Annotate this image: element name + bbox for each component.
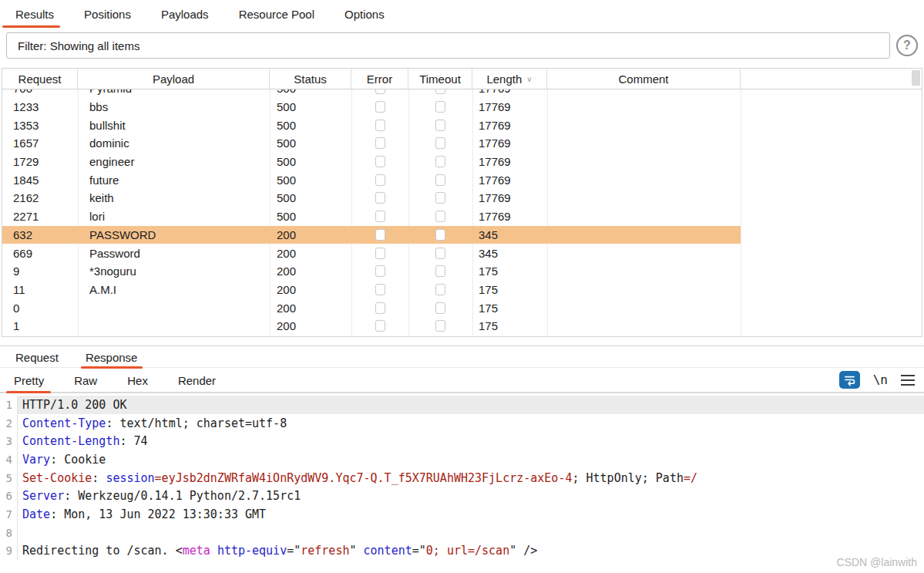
timeout-checkbox[interactable] bbox=[435, 302, 445, 314]
error-checkbox[interactable] bbox=[375, 156, 385, 167]
column-header-comment[interactable]: Comment bbox=[547, 69, 741, 89]
table-row[interactable]: 1657dominic50017769 bbox=[2, 134, 922, 153]
timeout-checkbox[interactable] bbox=[435, 265, 445, 277]
cell-timeout bbox=[408, 153, 472, 171]
line-number: 2 bbox=[0, 417, 17, 430]
tab-options[interactable]: Options bbox=[344, 0, 385, 29]
error-checkbox[interactable] bbox=[375, 137, 385, 149]
cell-timeout bbox=[408, 262, 472, 281]
error-checkbox[interactable] bbox=[375, 192, 385, 204]
vertical-scrollbar-thumb[interactable] bbox=[912, 70, 920, 86]
table-row[interactable]: 11A.M.I200175 bbox=[2, 281, 922, 299]
line-content: HTTP/1.0 200 OK bbox=[17, 396, 924, 414]
syntax-segment: http-equiv bbox=[217, 544, 287, 558]
response-editor[interactable]: 1HTTP/1.0 200 OK2Content-Type: text/html… bbox=[0, 393, 924, 573]
cell-timeout bbox=[408, 317, 472, 335]
cell-length: 17769 bbox=[472, 89, 547, 98]
timeout-checkbox[interactable] bbox=[435, 248, 445, 259]
column-header-payload[interactable]: Payload bbox=[78, 69, 270, 89]
timeout-checkbox[interactable] bbox=[435, 229, 445, 241]
error-checkbox[interactable] bbox=[375, 229, 385, 241]
table-row[interactable]: 1845future50017769 bbox=[2, 170, 922, 189]
error-checkbox[interactable] bbox=[375, 211, 385, 222]
table-row[interactable]: 9*3noguru200175 bbox=[2, 262, 922, 281]
cell-status: 200 bbox=[270, 317, 351, 335]
help-icon[interactable]: ? bbox=[896, 35, 918, 56]
cell-comment bbox=[547, 281, 741, 299]
syntax-segment: Date bbox=[22, 507, 50, 521]
menu-icon[interactable] bbox=[901, 375, 915, 386]
tab-hex[interactable]: Hex bbox=[127, 369, 148, 392]
cell-error bbox=[351, 298, 408, 317]
column-header-status[interactable]: Status bbox=[270, 69, 351, 89]
cell-payload: keith bbox=[78, 189, 270, 207]
line-number: 4 bbox=[0, 453, 17, 466]
column-header-request[interactable]: Request bbox=[2, 69, 78, 89]
cell-comment bbox=[547, 189, 741, 207]
table-row[interactable]: 2162keith50017769 bbox=[2, 189, 922, 207]
timeout-checkbox[interactable] bbox=[435, 320, 445, 332]
timeout-checkbox[interactable] bbox=[435, 284, 445, 295]
tab-pretty[interactable]: Pretty bbox=[14, 369, 44, 392]
top-tab-bar: ResultsPositionsPayloadsResource PoolOpt… bbox=[0, 0, 924, 29]
table-row[interactable]: 700Pyramid50017769 bbox=[2, 89, 922, 98]
table-row[interactable]: 1353bullshit50017769 bbox=[2, 116, 922, 134]
cell-length: 345 bbox=[472, 244, 547, 262]
cell-payload: A.M.I bbox=[78, 281, 270, 299]
syntax-segment: " bbox=[349, 544, 363, 558]
table-row[interactable]: 669Password200345 bbox=[2, 244, 922, 262]
timeout-checkbox[interactable] bbox=[435, 137, 445, 149]
table-row[interactable]: 2271lori50017769 bbox=[2, 207, 922, 226]
timeout-checkbox[interactable] bbox=[435, 156, 445, 167]
word-wrap-button[interactable] bbox=[839, 371, 860, 389]
error-checkbox[interactable] bbox=[375, 302, 385, 314]
cell-payload: bullshit bbox=[78, 116, 270, 134]
table-row[interactable]: 632PASSWORD200345 bbox=[2, 226, 922, 244]
tab-response[interactable]: Response bbox=[86, 346, 138, 369]
cell-status: 200 bbox=[270, 281, 351, 299]
column-header-error[interactable]: Error bbox=[351, 69, 408, 89]
cell-payload: *3noguru bbox=[78, 262, 270, 281]
table-row[interactable]: 1729engineer50017769 bbox=[2, 153, 922, 171]
timeout-checkbox[interactable] bbox=[435, 192, 445, 204]
tab-positions[interactable]: Positions bbox=[84, 0, 131, 29]
timeout-checkbox[interactable] bbox=[435, 89, 445, 94]
cell-comment bbox=[547, 226, 741, 244]
column-header-timeout[interactable]: Timeout bbox=[408, 69, 472, 89]
error-checkbox[interactable] bbox=[375, 284, 385, 295]
table-row[interactable]: 1200175 bbox=[2, 317, 922, 335]
line-content: Server: Werkzeug/0.14.1 Python/2.7.15rc1 bbox=[17, 487, 924, 505]
response-line: 6Server: Werkzeug/0.14.1 Python/2.7.15rc… bbox=[0, 487, 924, 505]
timeout-checkbox[interactable] bbox=[435, 120, 445, 131]
column-header-length[interactable]: Length∨ bbox=[472, 69, 547, 89]
tab-resource-pool[interactable]: Resource Pool bbox=[239, 0, 314, 29]
show-newlines-icon[interactable]: \n bbox=[873, 372, 888, 387]
error-checkbox[interactable] bbox=[375, 120, 385, 131]
tab-raw[interactable]: Raw bbox=[74, 369, 97, 392]
table-row[interactable]: 1233bbs50017769 bbox=[2, 98, 922, 116]
filter-bar-label: Filter: Showing all items bbox=[18, 39, 139, 52]
timeout-checkbox[interactable] bbox=[435, 211, 445, 222]
table-row[interactable]: 0200175 bbox=[2, 298, 922, 317]
error-checkbox[interactable] bbox=[375, 101, 385, 113]
error-checkbox[interactable] bbox=[375, 248, 385, 259]
tab-render[interactable]: Render bbox=[178, 369, 216, 392]
syntax-segment bbox=[210, 544, 217, 558]
syntax-segment: : bbox=[92, 471, 106, 485]
cell-comment bbox=[547, 98, 741, 116]
timeout-checkbox[interactable] bbox=[435, 101, 445, 113]
filter-bar[interactable]: Filter: Showing all items bbox=[6, 32, 890, 59]
timeout-checkbox[interactable] bbox=[435, 174, 445, 186]
error-checkbox[interactable] bbox=[375, 174, 385, 186]
cell-status: 500 bbox=[270, 134, 351, 153]
tab-request[interactable]: Request bbox=[15, 346, 59, 369]
error-checkbox[interactable] bbox=[375, 320, 385, 332]
cell-request: 1845 bbox=[2, 170, 78, 189]
cell-comment bbox=[547, 244, 741, 262]
error-checkbox[interactable] bbox=[375, 89, 385, 94]
error-checkbox[interactable] bbox=[375, 265, 385, 277]
cell-error bbox=[351, 281, 408, 299]
tab-payloads[interactable]: Payloads bbox=[161, 0, 209, 29]
column-header-label: Timeout bbox=[419, 72, 461, 86]
tab-results[interactable]: Results bbox=[15, 0, 54, 29]
